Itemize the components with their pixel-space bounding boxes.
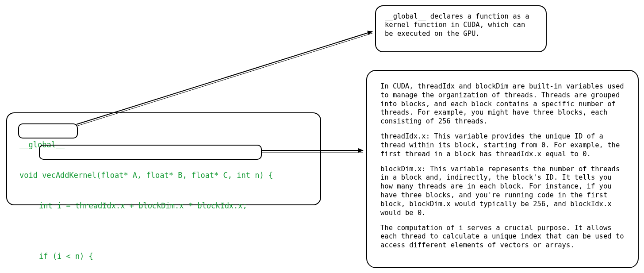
annotation-thread-index: In CUDA, threadIdx and blockDim are buil…: [366, 70, 639, 268]
annotation-global-text: __global__ declares a function as a kern…: [385, 12, 537, 38]
code-line-global: __global__: [19, 140, 312, 150]
code-block: __global__ void vecAddKernel(float* A, f…: [6, 112, 321, 205]
annotation-thread-p3: blockDim.x: This variable represents the…: [380, 165, 625, 218]
code-line-signature: void vecAddKernel(float* A, float* B, fl…: [19, 170, 312, 181]
annotation-thread-p2: threadIdx.x: This variable provides the …: [380, 132, 625, 158]
svg-line-0: [77, 31, 372, 124]
arrow-global-to-annotation: [77, 31, 372, 126]
annotation-global-keyword: __global__ declares a function as a kern…: [375, 5, 547, 52]
annotation-thread-p4: The computation of i serves a crucial pu…: [380, 224, 625, 250]
annotation-thread-p1: In CUDA, threadIdx and blockDim are buil…: [380, 82, 625, 126]
code-line-index: int i = threadIdx.x + blockDim.x * block…: [19, 201, 312, 211]
code-line-if: if (i < n) {: [19, 251, 312, 261]
